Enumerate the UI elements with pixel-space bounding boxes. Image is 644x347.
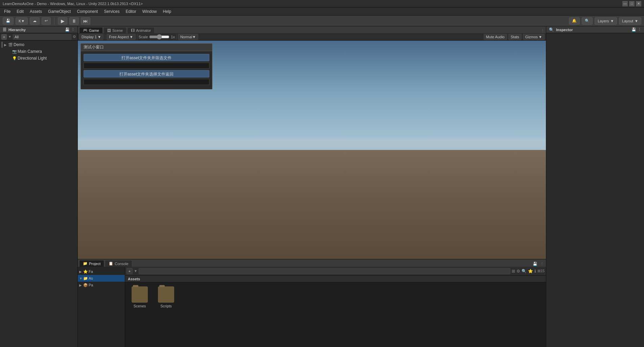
inspector-header-icon: 🔍 [549,27,554,32]
menu-editor[interactable]: Editor [123,8,139,15]
project-filter-icon[interactable]: ⚙ [516,269,520,274]
game-tb-sep1 [105,34,105,40]
project-search-icon[interactable]: 🔍 [522,269,527,274]
stats-button[interactable]: Stats [508,34,522,40]
hierarchy-add-button[interactable]: + [1,34,7,40]
hierarchy-item-dirlight[interactable]: 💡 Directional Light [0,55,77,62]
scripts-label: Scripts [160,304,172,308]
drag-handle[interactable] [1,42,3,48]
test-window-title-text: 测试小窗口 [84,44,104,50]
console-tab-label: Console [115,262,128,266]
inspector-panel: 🔍 Inspector 💾 ⋮ [546,26,644,347]
view-tabs: 🎮 Game 🖼 Scene 🎞 Animator ⋮ [78,26,546,33]
title-bar: LearnDemoAsOne - Demo - Windows, Mac, Li… [0,0,644,7]
hierarchy-add-arrow[interactable]: ▼ [8,35,12,39]
menu-gameobject[interactable]: GameObject [45,8,73,15]
menu-assets[interactable]: Assets [27,8,45,15]
hierarchy-header-controls: 💾 ⋮ [65,27,75,32]
save-scene-button[interactable]: 💾 [3,17,14,25]
hierarchy-panel: ☰ Hierarchy 💾 ⋮ + ▼ ⚙ ▶ 🎬 Demo [0,26,78,347]
gizmos-button[interactable]: Gizmos ▼ [523,34,545,40]
project-add-button[interactable]: + [127,268,133,274]
step-button[interactable]: ⏭ [81,17,90,25]
test-input-1[interactable] [84,63,209,69]
animator-tab-label: Animator [136,28,151,32]
tab-project[interactable]: 📁 Project [79,260,104,267]
hierarchy-save-button[interactable]: 💾 [65,27,70,32]
project-search-input[interactable] [139,268,510,274]
bottom-options-button[interactable]: ⋮ [539,261,545,267]
asset-item-scenes[interactable]: Scenes [128,285,152,309]
center-panels: 🎮 Game 🖼 Scene 🎞 Animator ⋮ Display 1 ▼ … [78,26,546,347]
gizmos-arrow-icon: ▼ [538,35,542,39]
layers-dropdown[interactable]: Layers ▼ [595,17,617,25]
inspector-content [546,33,644,347]
mute-audio-button[interactable]: Mute Audio [484,34,507,40]
aspect-button[interactable]: Free Aspect ▼ [107,34,136,40]
asset-item-scripts[interactable]: Scripts [154,285,178,309]
game-view: 测试小窗口 打开asset文件夹并筛选文件 打开asset文件夹选择文件返回 [78,41,546,259]
hierarchy-header-icon: ☰ [3,27,6,32]
project-toolbar-right: ⊞ ⚙ 🔍 ⭐ ℹ ⊞15 [512,269,545,274]
hierarchy-item-label: Main Camera [18,49,42,54]
project-add-arrow[interactable]: ▼ [134,269,137,273]
display-label: Display 1 [82,35,97,39]
account-button[interactable]: K▼ [16,17,28,25]
tab-game[interactable]: 🎮 Game [79,27,103,33]
inspector-save-button[interactable]: 💾 [631,27,636,32]
close-button[interactable]: ✕ [636,1,641,6]
bottom-tabs: 📁 Project 📋 Console 💾 ⋮ [78,259,546,267]
project-star-icon[interactable]: ⭐ [528,269,533,274]
tab-console[interactable]: 📋 Console [105,260,132,267]
menu-edit[interactable]: Edit [14,8,26,15]
project-sidebar: ▶ ⭐ Fa ▼ 📁 As ▶ 📦 Pa [78,267,125,347]
hierarchy-title: Hierarchy [8,28,26,32]
project-tree-favorites[interactable]: ▶ ⭐ Fa [78,268,125,275]
display-button[interactable]: Display 1 ▼ [79,34,104,40]
menu-file[interactable]: File [1,8,13,15]
layout-dropdown[interactable]: Layout ▼ [619,17,641,25]
tab-scene[interactable]: 🖼 Scene [104,27,127,33]
assets-tree-label: As [89,276,93,280]
minimize-button[interactable]: — [622,1,628,6]
menu-component[interactable]: Component [74,8,100,15]
maximize-button[interactable]: □ [629,1,635,6]
scale-slider[interactable] [149,34,169,40]
hierarchy-item-maincamera[interactable]: 📷 Main Camera [0,48,77,55]
menu-window[interactable]: Window [140,8,160,15]
collab-button[interactable]: 🔔 [569,17,580,25]
project-tree-packages[interactable]: ▶ 📦 Pa [78,282,125,288]
project-main: + ▼ ⊞ ⚙ 🔍 ⭐ ℹ ⊞15 Assets [125,267,546,347]
hierarchy-filter-icon[interactable]: ⚙ [73,35,76,39]
cloud-button[interactable]: ☁ [30,17,40,25]
project-tree-assets[interactable]: ▼ 📁 As [78,275,125,282]
inspector-header: 🔍 Inspector 💾 ⋮ [546,26,644,33]
hierarchy-item-demo[interactable]: ▶ 🎬 Demo [0,41,77,48]
project-tab-label: Project [89,262,100,266]
menu-help[interactable]: Help [160,8,174,15]
aspect-label: Free Aspect [109,35,129,39]
hierarchy-search-input[interactable] [13,34,71,40]
test-btn-2[interactable]: 打开asset文件夹选择文件返回 [84,70,209,78]
test-window-title: 测试小窗口 [81,44,212,51]
bottom-save-button[interactable]: 💾 [532,261,538,267]
project-info-icon[interactable]: ℹ [534,269,536,274]
menu-services[interactable]: Services [101,8,122,15]
display-arrow-icon: ▼ [97,35,101,39]
history-button[interactable]: ↩ [42,17,51,25]
view-tabs-more[interactable]: ⋮ [541,29,545,33]
hierarchy-options-button[interactable]: ⋮ [71,27,75,32]
test-input-2[interactable] [84,79,209,85]
test-btn-1[interactable]: 打开asset文件夹并筛选文件 [84,54,209,61]
project-layout-icon[interactable]: ⊞ [512,269,515,274]
play-button[interactable]: ▶ [58,17,67,25]
bottom-content: ▶ ⭐ Fa ▼ 📁 As ▶ 📦 Pa [78,267,546,347]
tab-animator[interactable]: 🎞 Animator [127,27,155,33]
toolbar-separator-1 [54,17,54,25]
bottom-panels: 📁 Project 📋 Console 💾 ⋮ ▶ ⭐ [78,259,546,347]
pause-button[interactable]: ⏸ [69,17,79,25]
expand-icon[interactable]: ▶ [4,43,8,47]
normal-button[interactable]: Normal▼ [178,34,198,40]
search-button[interactable]: 🔍 [582,17,593,25]
inspector-options-button[interactable]: ⋮ [638,27,641,32]
